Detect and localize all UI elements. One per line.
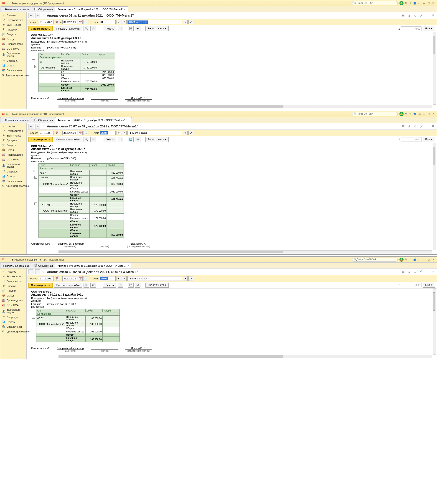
open-icon[interactable]: ↗ (189, 20, 193, 24)
close-icon[interactable]: ✕ (128, 264, 129, 267)
scrollbar-thumb[interactable] (433, 147, 435, 165)
register-button[interactable]: Регистр учета ▾ (145, 283, 169, 288)
maximize-icon[interactable]: ◻ (426, 112, 431, 115)
search-input[interactable] (357, 113, 396, 115)
close-icon[interactable]: ✕ (431, 112, 435, 115)
calendar-icon[interactable]: 📅 (78, 276, 83, 281)
more-icon[interactable]: ⋮ (425, 270, 429, 273)
date-from-input[interactable] (39, 20, 54, 24)
open-icon[interactable]: ↗ (122, 131, 127, 135)
print-preview-button[interactable]: 📄 (118, 26, 123, 31)
nav-item[interactable]: 🛒Покупки (0, 288, 26, 293)
close-panel-icon[interactable]: ✕ (431, 270, 435, 273)
org-input[interactable]: ТФ-Мега-1 ООО (128, 20, 182, 24)
form-button[interactable]: Сформировать (29, 26, 53, 31)
more-button[interactable]: Еще ▾ (423, 283, 435, 288)
nav-item[interactable]: 📦Склад (0, 37, 26, 41)
print-button[interactable]: Печать (103, 26, 116, 31)
tab-report[interactable]: Анализ счета 60.02 за 31 декабря 2021 г.… (55, 263, 132, 268)
more-icon[interactable]: ⋮ (425, 125, 429, 128)
back-button[interactable]: ← (29, 124, 33, 129)
tab-home[interactable]: ⌂ Начальная страница (0, 263, 32, 268)
menu-icon[interactable]: ≡ (6, 258, 11, 261)
sum-value[interactable] (401, 137, 422, 142)
search-button[interactable]: 🔍 (84, 26, 89, 31)
star-icon[interactable]: ☆ (42, 124, 45, 128)
print-icon[interactable]: 🖨 (407, 271, 411, 273)
print-icon[interactable]: 🖨 (407, 14, 411, 17)
nav-item[interactable]: 🚛ОС и НМА (0, 303, 26, 307)
settings-button[interactable]: Показать настройки (54, 137, 82, 142)
history-icon[interactable]: ↻ (404, 258, 408, 261)
search-input[interactable] (357, 258, 396, 261)
tree-toggle[interactable]: - (32, 316, 35, 318)
search-input[interactable] (357, 2, 396, 4)
tab-discuss[interactable]: 💬 Обсуждения (32, 117, 55, 123)
open-icon[interactable]: ↗ (189, 131, 193, 135)
close-panel-icon[interactable]: ✕ (431, 125, 435, 128)
bell-icon[interactable]: 🔔 (399, 1, 404, 5)
grid-icon[interactable]: ▦ (401, 125, 405, 128)
tree-toggle[interactable]: - (34, 176, 37, 179)
nav-item[interactable]: ₽Продажи (0, 27, 26, 32)
calendar-icon[interactable]: 📅 (55, 20, 59, 24)
scrollbar-thumb[interactable] (433, 36, 435, 54)
period-more-button[interactable]: ... (84, 20, 88, 24)
open-icon[interactable]: ↗ (189, 276, 193, 281)
print-button[interactable]: Печать (103, 137, 116, 142)
tab-discuss[interactable]: 💬 Обсуждения (32, 263, 55, 268)
users-icon[interactable]: 👥 (413, 112, 417, 115)
tab-home[interactable]: ⌂ Начальная страница (0, 6, 32, 12)
org-input[interactable]: ТФ-Мега-1 ООО (128, 131, 182, 135)
scrollbar-thumb[interactable] (433, 292, 435, 311)
nav-item[interactable]: 📊Отчеты (0, 174, 26, 179)
back-button[interactable]: ← (29, 13, 33, 18)
link-icon[interactable]: 🔗 (419, 14, 423, 17)
forward-button[interactable]: → (35, 124, 40, 129)
search-plus-button[interactable]: 🔎 (90, 283, 96, 288)
search-button[interactable]: 🔍 (84, 283, 89, 288)
calendar-icon[interactable]: 📅 (55, 131, 59, 135)
nav-item[interactable]: 🚛ОС и НМА (0, 157, 26, 162)
scrollbar-thumb[interactable] (59, 251, 283, 253)
date-to-input[interactable] (62, 20, 77, 24)
vertical-scrollbar[interactable] (433, 143, 436, 250)
link-icon[interactable]: 🔗 (419, 270, 423, 273)
date-from-input[interactable] (39, 131, 54, 135)
minimize-icon[interactable]: — (422, 258, 426, 261)
tree-toggle[interactable]: - (32, 170, 35, 173)
nav-item[interactable]: 📊Отчеты (0, 319, 26, 324)
menu-icon[interactable]: ≡ (6, 2, 11, 5)
sum-value[interactable] (401, 283, 422, 287)
open-icon[interactable]: ↗ (122, 276, 127, 281)
close-panel-icon[interactable]: ✕ (431, 14, 435, 17)
horizontal-scrollbar[interactable] (59, 250, 432, 254)
nav-item[interactable]: ≡Главное (0, 124, 26, 128)
nav-item[interactable]: ↗Руководителю (0, 128, 26, 133)
nav-item[interactable]: 🛒Покупки (0, 143, 26, 148)
search-plus-button[interactable]: 🔎 (90, 137, 96, 142)
nav-item[interactable]: 📚Справочники (0, 324, 26, 329)
scrollbar-thumb[interactable] (59, 355, 283, 358)
scrollbar-thumb[interactable] (59, 105, 283, 108)
settings-icon[interactable]: ◦≡ (417, 2, 422, 5)
search-plus-button[interactable]: 🔎 (90, 26, 96, 31)
nav-item[interactable]: 📦Склад (0, 148, 26, 152)
print-preview-button[interactable]: 📄 (118, 137, 123, 142)
tree-toggle[interactable]: - (32, 59, 35, 62)
save-button[interactable]: 💾 (128, 283, 134, 288)
history-icon[interactable]: ↻ (404, 112, 408, 115)
save-button[interactable]: 💾 (128, 26, 134, 31)
nav-item[interactable]: 👤Зарплата и кадры (0, 162, 26, 169)
print-button[interactable]: Печать (103, 283, 116, 288)
nav-item[interactable]: ≡Главное (0, 13, 26, 18)
back-button[interactable]: ← (29, 269, 33, 274)
star-icon[interactable]: ☆ (42, 270, 45, 274)
nav-item[interactable]: 👤Зарплата и кадры (0, 51, 26, 58)
nav-item[interactable]: 📦Склад (0, 293, 26, 298)
users-icon[interactable]: 👥 (413, 2, 417, 5)
nav-item[interactable]: 🚛ОС и НМА (0, 46, 26, 51)
favorites-icon[interactable]: ☆ (408, 258, 413, 261)
date-to-input[interactable] (62, 131, 77, 135)
dropdown-icon[interactable]: ▾ (183, 20, 188, 24)
